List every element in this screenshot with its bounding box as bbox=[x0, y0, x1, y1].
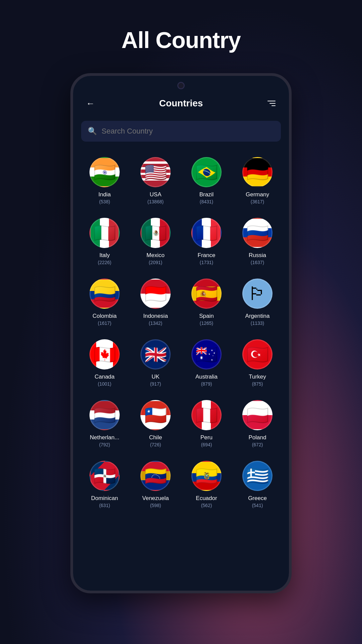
country-item[interactable]: 🇮🇳India(538) bbox=[80, 152, 129, 209]
country-name: Indonesia bbox=[143, 313, 168, 319]
country-flag: 🇵🇱 bbox=[242, 400, 273, 430]
country-count: (1617) bbox=[98, 320, 111, 326]
country-item[interactable]: 🇷🇺Russia(1637) bbox=[233, 212, 282, 270]
country-flag: 🇪🇸 bbox=[191, 279, 222, 309]
country-count: (1731) bbox=[200, 260, 213, 265]
country-count: (2226) bbox=[98, 260, 111, 265]
filter-button[interactable] bbox=[264, 96, 279, 111]
country-name: Australia bbox=[195, 374, 218, 380]
country-flag: 🇮🇳 bbox=[89, 157, 120, 187]
country-count: (8431) bbox=[200, 199, 213, 204]
country-name: Colombia bbox=[93, 313, 117, 319]
country-flag: 🇨🇱 bbox=[140, 400, 171, 430]
country-name: Germany bbox=[246, 191, 269, 198]
country-item[interactable]: 🇪🇨Ecuador(562) bbox=[182, 455, 231, 513]
country-count: (598) bbox=[150, 503, 161, 508]
country-item[interactable]: 🇬🇧UK(917) bbox=[131, 334, 180, 391]
country-flag: 🇹🇷 bbox=[242, 339, 273, 369]
search-box: 🔍 bbox=[81, 121, 281, 142]
country-item[interactable]: 🇩🇴Dominican(631) bbox=[80, 455, 129, 513]
country-item[interactable]: 🇵🇱Poland(672) bbox=[233, 395, 282, 452]
country-count: (631) bbox=[99, 503, 110, 508]
search-input[interactable] bbox=[102, 127, 274, 136]
country-name: Mexico bbox=[146, 252, 165, 259]
country-item[interactable]: 🇺🇸USA(13868) bbox=[131, 152, 180, 209]
country-item[interactable]: 🇩🇪Germany(3617) bbox=[233, 152, 282, 209]
country-name: Italy bbox=[99, 252, 110, 259]
country-item[interactable]: 🇬🇷Greece(541) bbox=[233, 455, 282, 513]
country-item[interactable]: 🇮🇹Italy(2226) bbox=[80, 212, 129, 270]
country-flag: 🇮🇩 bbox=[140, 279, 171, 309]
country-name: Ecuador bbox=[196, 495, 217, 502]
country-count: (13868) bbox=[147, 199, 164, 204]
country-count: (1265) bbox=[200, 320, 213, 326]
back-button[interactable]: ← bbox=[83, 96, 98, 111]
country-item[interactable]: 🏳Argentina(1133) bbox=[233, 273, 282, 331]
country-count: (3617) bbox=[251, 199, 264, 204]
country-flag: 🇪🇨 bbox=[191, 461, 222, 491]
country-item[interactable]: 🇳🇱Netherlan...(792) bbox=[80, 395, 129, 452]
country-item[interactable]: 🇨🇱Chile(726) bbox=[131, 395, 180, 452]
country-item[interactable]: 🇨🇴Colombia(1617) bbox=[80, 273, 129, 331]
country-name: Greece bbox=[248, 495, 267, 502]
country-item[interactable]: 🇨🇦Canada(1001) bbox=[80, 334, 129, 391]
country-item[interactable]: 🇮🇩Indonesia(1342) bbox=[131, 273, 180, 331]
country-flag: 🇩🇴 bbox=[89, 461, 120, 491]
country-flag: 🇨🇦 bbox=[89, 339, 120, 369]
country-item[interactable]: 🇻🇪Venezuela(598) bbox=[131, 455, 180, 513]
country-flag: 🇦🇺 bbox=[191, 339, 222, 369]
country-flag: 🇷🇺 bbox=[242, 218, 273, 248]
country-flag: 🇳🇱 bbox=[89, 400, 120, 430]
country-name: Argentina bbox=[245, 313, 270, 319]
country-name: USA bbox=[150, 191, 162, 198]
country-count: (1133) bbox=[251, 320, 264, 326]
country-count: (792) bbox=[99, 442, 110, 447]
country-flag: 🇺🇸 bbox=[140, 157, 171, 187]
country-count: (541) bbox=[252, 503, 263, 508]
country-count: (1342) bbox=[149, 320, 162, 326]
country-count: (2091) bbox=[149, 260, 162, 265]
country-count: (538) bbox=[99, 199, 110, 204]
country-item[interactable]: 🇫🇷France(1731) bbox=[182, 212, 231, 270]
country-name: Dominican bbox=[91, 495, 118, 502]
country-count: (917) bbox=[150, 381, 161, 387]
country-flag: 🇵🇪 bbox=[191, 400, 222, 430]
country-name: Canada bbox=[95, 374, 115, 380]
search-icon: 🔍 bbox=[88, 127, 97, 136]
country-item[interactable]: 🇲🇽Mexico(2091) bbox=[131, 212, 180, 270]
country-flag: 🇻🇪 bbox=[140, 461, 171, 491]
country-name: Brazil bbox=[199, 191, 214, 198]
back-icon: ← bbox=[86, 98, 95, 109]
country-count: (694) bbox=[201, 442, 212, 447]
country-count: (1001) bbox=[98, 381, 111, 387]
country-flag: 🇩🇪 bbox=[242, 157, 273, 187]
country-item[interactable]: 🇦🇺Australia(879) bbox=[182, 334, 231, 391]
country-name: Spain bbox=[199, 313, 214, 319]
page-title: All Country bbox=[121, 27, 240, 53]
phone-camera bbox=[177, 82, 185, 89]
country-flag: 🇲🇽 bbox=[140, 218, 171, 248]
country-flag: 🇬🇧 bbox=[140, 339, 171, 369]
country-item[interactable]: 🇪🇸Spain(1265) bbox=[182, 273, 231, 331]
country-item[interactable]: 🇹🇷Turkey(875) bbox=[233, 334, 282, 391]
country-flag: 🏳 bbox=[242, 279, 273, 309]
header-title: Countries bbox=[159, 98, 203, 109]
countries-grid: 🇮🇳India(538)🇺🇸USA(13868)🇧🇷Brazil(8431)🇩🇪… bbox=[73, 148, 289, 591]
country-flag: 🇬🇷 bbox=[242, 461, 273, 491]
country-name: Venezuela bbox=[142, 495, 169, 502]
country-name: Peru bbox=[200, 434, 213, 441]
country-count: (879) bbox=[201, 381, 212, 387]
country-name: Russia bbox=[249, 252, 266, 259]
country-name: Turkey bbox=[249, 374, 266, 380]
phone-frame: ← Countries 🔍 🇮🇳India(538)🇺🇸USA(13868)🇧🇷… bbox=[70, 73, 292, 593]
country-count: (672) bbox=[252, 442, 263, 447]
country-flag: 🇧🇷 bbox=[191, 157, 222, 187]
country-name: India bbox=[99, 191, 111, 198]
country-count: (875) bbox=[252, 381, 263, 387]
country-flag: 🇮🇹 bbox=[89, 218, 120, 248]
country-name: Netherlan... bbox=[90, 434, 119, 441]
country-item[interactable]: 🇧🇷Brazil(8431) bbox=[182, 152, 231, 209]
phone-screen: ← Countries 🔍 🇮🇳India(538)🇺🇸USA(13868)🇧🇷… bbox=[73, 76, 289, 591]
country-flag: 🇨🇴 bbox=[89, 279, 120, 309]
country-item[interactable]: 🇵🇪Peru(694) bbox=[182, 395, 231, 452]
